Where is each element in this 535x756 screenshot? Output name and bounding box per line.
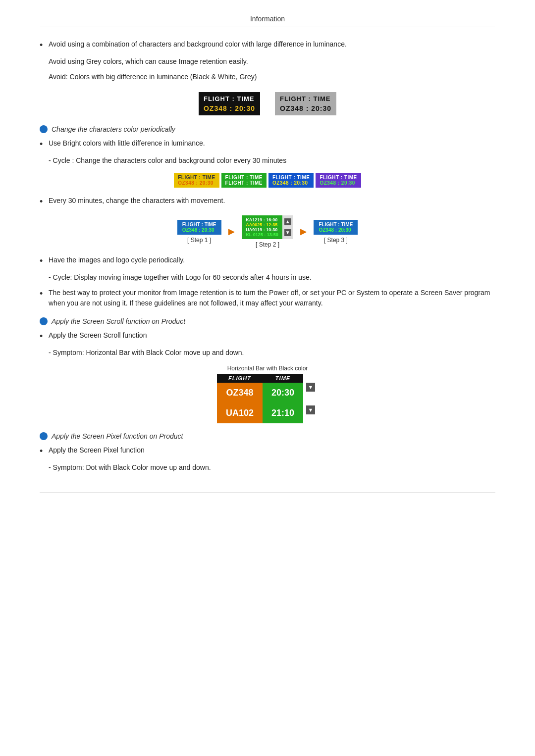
header-title: Information: [250, 15, 285, 23]
step-arrow-2: ►: [298, 225, 309, 238]
section-header-3: Apply the Screen Pixel function on Produ…: [40, 432, 495, 440]
cycle-box-3-row1: FLIGHT : TIME: [272, 175, 310, 180]
scroll-header-col2-text: TIME: [275, 375, 290, 381]
cycle-box-3: FLIGHT : TIME OZ348 : 20:30: [268, 173, 314, 188]
standalone-text-2: Avoid: Colors with big difference in lum…: [49, 72, 495, 82]
arrow-right-icon-1: ►: [226, 225, 237, 238]
step-2-arrow-down: ▼: [284, 229, 291, 236]
bullet-dot-4: •: [40, 255, 49, 267]
bullet-dot-3: •: [40, 196, 49, 208]
cycle-box-1: FLIGHT : TIME OZ348 : 20:30: [174, 173, 219, 188]
bullet-item-4: • Have the images and logo cycle periodi…: [40, 255, 495, 267]
cycle-box-3-row2: OZ348 : 20:30: [272, 180, 310, 186]
scroll-diagram: Horizontal Bar with Black color FLIGHT T…: [188, 365, 347, 423]
step-1-row1: FLIGHT : TIME: [182, 222, 216, 227]
step-1-row2: OZ348 : 20:30: [182, 227, 216, 233]
bullet-text-3: Every 30 minutes, change the characters …: [49, 196, 495, 206]
step-2-r3: UA9119 : 10:30: [246, 227, 278, 232]
cycle-note-2-text: - Cycle: Display moving image together w…: [49, 273, 312, 281]
section3-title: Apply the Screen Pixel function on Produ…: [52, 432, 183, 440]
scroll-arrows-col: ▼ ▼: [303, 374, 318, 423]
color-cycle-boxes: FLIGHT : TIME OZ348 : 20:30 FLIGHT : TIM…: [40, 173, 495, 188]
step-1-label: [ Step 1 ]: [187, 237, 211, 244]
bullet-item-1: • Avoid using a combination of character…: [40, 39, 495, 51]
section-header-2: Apply the Screen Scroll function on Prod…: [40, 317, 495, 325]
blue-circle-icon-1: [40, 125, 48, 133]
scroll-diagram-label: Horizontal Bar with Black color: [227, 365, 308, 372]
bullet-item-6: • Apply the Screen Scroll function: [40, 330, 495, 343]
bullet-dot-2: •: [40, 138, 49, 151]
standalone-text-1: Avoid using Grey colors, which can cause…: [49, 56, 495, 67]
section2-title: Apply the Screen Scroll function on Prod…: [52, 317, 185, 325]
flight-box-black-row1: FLIGHT : TIME: [204, 95, 255, 102]
step-1-inner: FLIGHT : TIME OZ348 : 20:30: [177, 220, 221, 235]
arrow-right-icon-2: ►: [298, 225, 309, 238]
footer-line: [40, 493, 495, 493]
steps-row: FLIGHT : TIME OZ348 : 20:30 [ Step 1 ] ►…: [40, 215, 495, 248]
bullet-text-1: Avoid using a combination of characters …: [49, 39, 495, 50]
scroll-row-1: OZ348 20:30: [217, 383, 303, 403]
symptom-2: - Symptom: Dot with Black Color move up …: [49, 462, 495, 473]
step-arrow-1: ►: [226, 225, 237, 238]
bullet-dot-6: •: [40, 330, 49, 343]
bullet-text-4: Have the images and logo cycle periodica…: [49, 255, 495, 265]
cycle-box-2: FLIGHT : TIME FLIGHT : TIME: [221, 173, 267, 188]
step-2-box: KA1219 : 16:00 AA0025 : 12:35 UA9119 : 1…: [242, 215, 293, 248]
bullet-item-7: • Apply the Screen Pixel function: [40, 445, 495, 457]
step-2-arrow-up: ▲: [284, 218, 291, 225]
scroll-row2-col2: 21:10: [263, 403, 303, 423]
bullet-text-6: Apply the Screen Scroll function: [49, 330, 495, 341]
cycle-box-4: FLIGHT : TIME OZ348 : 20:30: [316, 173, 361, 188]
bullet-dot-1: •: [40, 39, 49, 51]
bullet-item-3: • Every 30 minutes, change the character…: [40, 196, 495, 208]
scroll-row2-col1: UA102: [217, 403, 263, 423]
page-header: Information: [40, 15, 495, 27]
bullet-dot-7: •: [40, 445, 49, 457]
step-3-inner: FLIGHT : TIME OZ348 : 20:30: [314, 220, 358, 235]
cycle-box-1-row2: OZ348 : 20:30: [178, 180, 215, 186]
step-2-inner: KA1219 : 16:00 AA0025 : 12:35 UA9119 : 1…: [242, 215, 282, 239]
page: Information • Avoid using a combination …: [0, 0, 535, 523]
step-2-inner-wrap: KA1219 : 16:00 AA0025 : 12:35 UA9119 : 1…: [242, 215, 293, 239]
scroll-label-text: Horizontal Bar with Black color: [227, 365, 308, 372]
symptom-1: - Symptom: Horizontal Bar with Black Col…: [49, 348, 495, 358]
step-3-box: FLIGHT : TIME OZ348 : 20:30 [ Step 3 ]: [314, 220, 358, 244]
scroll-table: FLIGHT TIME OZ348 20:30 UA102 21:10: [217, 374, 303, 423]
step-2-r1: KA1219 : 16:00: [246, 217, 278, 222]
step-2-r4: KL 0125 : 13:50: [246, 232, 278, 237]
scroll-header-col1-text: FLIGHT: [228, 375, 251, 381]
step-3-row1: FLIGHT : TIME: [319, 222, 353, 227]
step-2-arrows: ▲ ▼: [282, 215, 293, 239]
cycle-box-2-row1: FLIGHT : TIME: [225, 175, 263, 180]
bullet-text-7: Apply the Screen Pixel function: [49, 445, 495, 455]
cycle-box-4-row1: FLIGHT : TIME: [320, 175, 357, 180]
flight-box-black: FLIGHT : TIME OZ348 : 20:30: [199, 92, 260, 115]
scroll-row1-col2: 20:30: [263, 383, 303, 403]
step-2-r2: AA0025 : 12:35: [246, 222, 278, 227]
scroll-row-2: UA102 21:10: [217, 403, 303, 423]
bullet-text-5: The best way to protect your monitor fro…: [49, 288, 495, 308]
cycle-note-2: - Cycle: Display moving image together w…: [49, 272, 495, 283]
step-3-row2: OZ348 : 20:30: [319, 227, 353, 233]
flight-box-black-row2: OZ348 : 20:30: [204, 104, 255, 112]
step-2-label: [ Step 2 ]: [256, 241, 279, 248]
flight-box-grey: FLIGHT : TIME OZ348 : 20:30: [275, 92, 336, 115]
bullet-item-2: • Use Bright colors with little differen…: [40, 138, 495, 151]
scroll-row1-col1: OZ348: [217, 383, 263, 403]
cycle-box-1-row1: FLIGHT : TIME: [178, 175, 215, 180]
scroll-diagram-content: FLIGHT TIME OZ348 20:30 UA102 21:10 ▼ ▼: [217, 374, 318, 423]
scroll-arrow-down-2: ▼: [306, 405, 315, 414]
blue-circle-icon-2: [40, 317, 48, 325]
cycle-note-1: - Cycle : Change the characters color an…: [49, 155, 495, 166]
flight-box-grey-row2: OZ348 : 20:30: [280, 104, 331, 112]
bullet-text-2: Use Bright colors with little difference…: [49, 138, 495, 149]
flight-boxes-comparison: FLIGHT : TIME OZ348 : 20:30 FLIGHT : TIM…: [40, 92, 495, 115]
standalone-2-text: Avoid: Colors with big difference in lum…: [49, 73, 257, 81]
section1-title: Change the characters color periodically: [52, 125, 175, 133]
standalone-1-text: Avoid using Grey colors, which can cause…: [49, 57, 248, 65]
section-header-1: Change the characters color periodically: [40, 125, 495, 133]
scroll-arrow-down-1: ▼: [306, 383, 315, 392]
step-1-box: FLIGHT : TIME OZ348 : 20:30 [ Step 1 ]: [177, 220, 221, 244]
symptom-1-text: - Symptom: Horizontal Bar with Black Col…: [49, 349, 244, 356]
cycle-note-1-text: - Cycle : Change the characters color an…: [49, 156, 286, 164]
